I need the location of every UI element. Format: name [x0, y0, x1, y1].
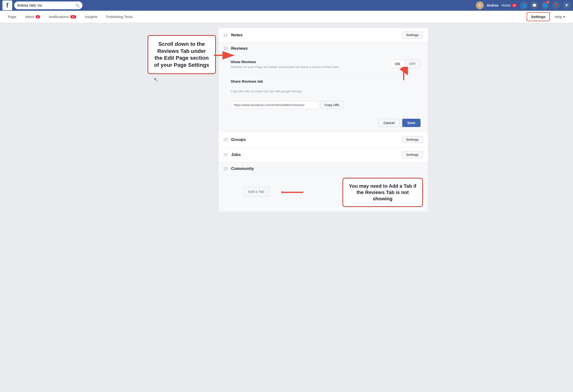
jobs-settings-btn[interactable]: Settings [402, 151, 423, 158]
callout-arrow-right [213, 49, 237, 61]
save-button[interactable]: Save [402, 119, 421, 127]
groups-drag-icon [223, 138, 228, 141]
share-reviews-label: Share Reviews tab [231, 79, 263, 83]
show-reviews-label: Show Reviews [231, 60, 385, 64]
sec-nav-item-page[interactable]: Page [4, 13, 20, 21]
jobs-label: Jobs [231, 152, 402, 157]
home-count-badge: 19 [512, 4, 517, 7]
facebook-logo[interactable]: f [2, 0, 12, 10]
globe-icon-btn[interactable]: 🌐 9 [541, 1, 549, 9]
reviews-section: Reviews Show Reviews Reviews on your Pag… [218, 42, 428, 132]
search-bar[interactable]: 🔍 [14, 1, 82, 9]
add-tab-btn[interactable]: Add a Tab [243, 187, 269, 196]
groups-label: Groups [231, 137, 402, 142]
jobs-drag-icon [223, 153, 228, 156]
add-tab-arrow [282, 186, 306, 198]
add-tab-row: Add a Tab You may need to Add a Tab if t… [218, 175, 428, 212]
globe-badge: 9 [546, 1, 550, 4]
left-annotation-area: ↖ Scroll down to the Reviews Tab under t… [140, 28, 218, 212]
show-reviews-desc: Reviews on your Page are visible and peo… [231, 65, 385, 69]
help-icon-btn[interactable]: ❓ [552, 1, 560, 9]
sec-nav-item-insights[interactable]: Insights [81, 13, 102, 21]
sec-nav-item-notifications[interactable]: Notifications 17 [45, 13, 80, 21]
reviews-body: Show Reviews Reviews on your Page are vi… [218, 55, 428, 132]
bottom-callout-box: You may need to Add a Tab if the Reviews… [342, 178, 423, 207]
messenger-icon-btn[interactable]: 💬 [531, 1, 538, 9]
nav-home[interactable]: Home 19 [501, 3, 517, 7]
share-reviews-row: Share Reviews tab Copy the URL to share … [231, 79, 421, 114]
community-drag-icon [223, 167, 228, 170]
notes-label: Notes [231, 33, 402, 37]
reviews-label: Reviews [231, 46, 423, 51]
copy-url-btn[interactable]: Copy URL [321, 101, 344, 109]
left-callout-text: Scroll down to the Reviews Tab under the… [154, 41, 209, 68]
sec-nav-item-help[interactable]: Help ▾ [551, 13, 569, 21]
jobs-section-row: Jobs Settings [218, 147, 428, 162]
settings-panel: Notes Settings Reviews Show Reviews Revi… [218, 28, 428, 212]
groups-settings-btn[interactable]: Settings [402, 136, 423, 143]
notes-section-row: Notes Settings [218, 28, 428, 42]
toggle-arrow-up [398, 67, 410, 81]
top-nav: f 🔍 A Andrea Home 19 👥 💬 🌐 9 ❓ ▼ [0, 0, 573, 11]
avatar: A [476, 1, 484, 9]
left-callout-box: Scroll down to the Reviews Tab under the… [148, 35, 216, 74]
reviews-header-row: Reviews [218, 42, 428, 55]
notes-settings-btn[interactable]: Settings [402, 32, 423, 38]
inbox-badge: 2 [36, 15, 40, 18]
search-input[interactable] [17, 3, 73, 7]
sec-nav-item-settings[interactable]: Settings [527, 12, 550, 21]
cursor-icon: ↖ [154, 77, 158, 83]
bottom-callout-text: You may need to Add a Tab if the Reviews… [349, 183, 416, 201]
groups-section-row: Groups Settings [218, 132, 428, 147]
sec-nav-item-publishing-tools[interactable]: Publishing Tools [103, 13, 137, 21]
community-label: Community [231, 166, 423, 171]
sec-nav-item-inbox[interactable]: Inbox 2 [21, 13, 44, 21]
reviews-action-row: Cancel Save [231, 119, 421, 127]
friends-icon-btn[interactable]: 👥 [520, 1, 528, 9]
search-icon: 🔍 [75, 3, 80, 7]
show-reviews-row: Show Reviews Reviews on your Page are vi… [231, 60, 421, 74]
cancel-button[interactable]: Cancel [378, 119, 400, 127]
share-reviews-desc: Copy the URL to share this tab with peop… [231, 89, 303, 94]
notes-drag-icon [223, 34, 228, 36]
dropdown-icon-btn[interactable]: ▼ [563, 1, 571, 9]
nav-username: Andrea [487, 3, 498, 7]
notifications-badge: 17 [70, 15, 76, 18]
secondary-nav: Page Inbox 2 Notifications 17 Insights P… [0, 11, 573, 23]
reviews-url-input[interactable] [231, 101, 319, 109]
community-section-row: Community [218, 162, 428, 175]
url-input-row: Copy URL [231, 101, 344, 109]
